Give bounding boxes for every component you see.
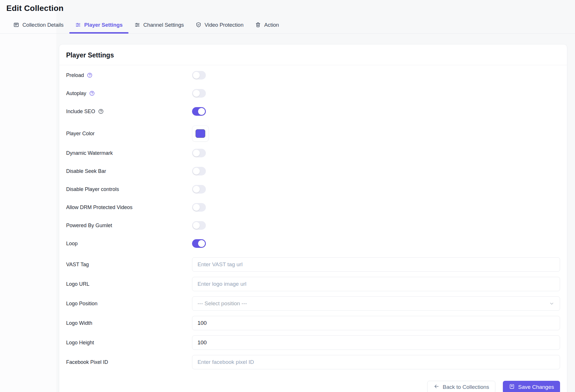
row-label-wrap: Player Color [66,131,192,137]
help-icon[interactable] [89,90,95,96]
row-label-wrap: VAST Tag [66,262,192,268]
logo-position-row: Logo Position--- Select position --- [66,296,560,311]
vast-tag-row: VAST Tag [66,257,560,272]
dynamic-watermark-toggle[interactable] [192,149,206,157]
disable-player-controls-row: Disable Player controls [66,185,560,194]
row-control [192,355,560,369]
row-label-wrap: Loop [66,241,192,247]
disable-seek-bar-toggle[interactable] [192,167,206,175]
row-control [192,316,560,330]
logo-width-input[interactable] [192,316,560,330]
preload-label: Preload [66,72,84,78]
logo-url-label: Logo URL [66,281,89,287]
dynamic-watermark-row: Dynamic Watermark [66,149,560,157]
include-seo-label: Include SEO [66,109,95,115]
autoplay-toggle[interactable] [192,89,206,98]
row-control [192,167,560,175]
include-seo-toggle[interactable] [192,107,206,116]
sliders-icon [134,22,140,28]
help-icon[interactable] [87,72,93,78]
toggle-knob [198,108,205,115]
row-label-wrap: Logo URL [66,281,192,287]
toggle-knob [193,222,200,229]
page-header: Edit Collection Collection DetailsPlayer… [0,4,575,34]
sliders-icon [75,22,81,28]
loop-label: Loop [66,241,78,247]
powered-by-gumlet-toggle[interactable] [192,221,206,230]
disable-player-controls-label: Disable Player controls [66,186,119,192]
tab-player-settings[interactable]: Player Settings [69,16,129,33]
tab-video-protection[interactable]: Video Protection [190,16,249,33]
row-control [192,257,560,272]
disable-player-controls-toggle[interactable] [192,185,206,194]
allow-drm-protected-videos-row: Allow DRM Protected Videos [66,203,560,212]
allow-drm-protected-videos-label: Allow DRM Protected Videos [66,204,133,211]
toggle-knob [193,90,200,97]
logo-width-row: Logo Width [66,316,560,330]
row-control [192,149,560,157]
tab-collection-details[interactable]: Collection Details [7,16,69,33]
row-label-wrap: Logo Width [66,320,192,326]
loop-toggle[interactable] [192,239,206,248]
save-changes-label: Save Changes [518,384,554,390]
row-control [192,335,560,350]
back-to-collections-button[interactable]: Back to Collections [427,381,496,392]
powered-by-gumlet-label: Powered By Gumlet [66,223,112,229]
row-label-wrap: Logo Height [66,340,192,346]
dynamic-watermark-label: Dynamic Watermark [66,150,113,156]
active-tab-underline [69,32,129,34]
logo-height-row: Logo Height [66,335,560,350]
trash-icon [255,22,261,28]
logo-position-label: Logo Position [66,301,97,307]
row-control [192,239,560,248]
settings-rows: PreloadAutoplayInclude SEOPlayer ColorDy… [59,65,567,379]
tab-label: Player Settings [84,22,123,28]
disable-seek-bar-label: Disable Seek Bar [66,168,106,174]
back-to-collections-label: Back to Collections [443,384,489,390]
card-title: Player Settings [66,51,560,59]
row-label-wrap: Disable Seek Bar [66,168,192,174]
allow-drm-protected-videos-toggle[interactable] [192,203,206,212]
tab-channel-settings[interactable]: Channel Settings [129,16,190,33]
card-footer: Back to Collections Save Changes [59,379,567,392]
shield-check-icon [195,22,202,28]
toggle-knob [193,168,200,175]
tab-bar: Collection DetailsPlayer SettingsChannel… [0,16,575,34]
logo-height-input[interactable] [192,335,560,350]
row-control [192,203,560,212]
row-label-wrap: Facebook Pixel ID [66,359,192,365]
row-control [192,71,560,80]
toggle-knob [193,204,200,211]
toggle-knob [193,72,200,79]
row-label-wrap: Autoplay [66,90,192,96]
save-changes-button[interactable]: Save Changes [503,381,560,392]
facebook-pixel-id-row: Facebook Pixel ID [66,355,560,369]
row-control [192,125,560,142]
loop-row: Loop [66,239,560,248]
logo-position-select[interactable]: --- Select position --- [192,296,560,311]
row-label-wrap: Logo Position [66,301,192,307]
row-control [192,185,560,194]
save-icon [509,383,515,391]
row-label-wrap: Powered By Gumlet [66,223,192,229]
tab-label: Channel Settings [143,22,184,28]
facebook-pixel-id-input[interactable] [192,355,560,369]
player-color-picker[interactable] [192,125,209,142]
tab-label: Video Protection [205,22,244,28]
vast-tag-input[interactable] [192,257,560,272]
row-control [192,89,560,98]
row-label-wrap: Preload [66,72,192,78]
disable-seek-bar-row: Disable Seek Bar [66,167,560,175]
row-label-wrap: Dynamic Watermark [66,150,192,156]
tab-action[interactable]: Action [249,16,285,33]
left-rail [0,0,56,392]
tab-label: Collection Details [22,22,64,28]
row-label-wrap: Disable Player controls [66,186,192,192]
facebook-pixel-id-label: Facebook Pixel ID [66,359,108,365]
help-icon[interactable] [98,109,104,114]
preload-toggle[interactable] [192,71,206,80]
logo-url-input[interactable] [192,277,560,291]
row-control [192,277,560,291]
preload-row: Preload [66,71,560,80]
player-settings-card: Player Settings PreloadAutoplayInclude S… [59,44,567,392]
